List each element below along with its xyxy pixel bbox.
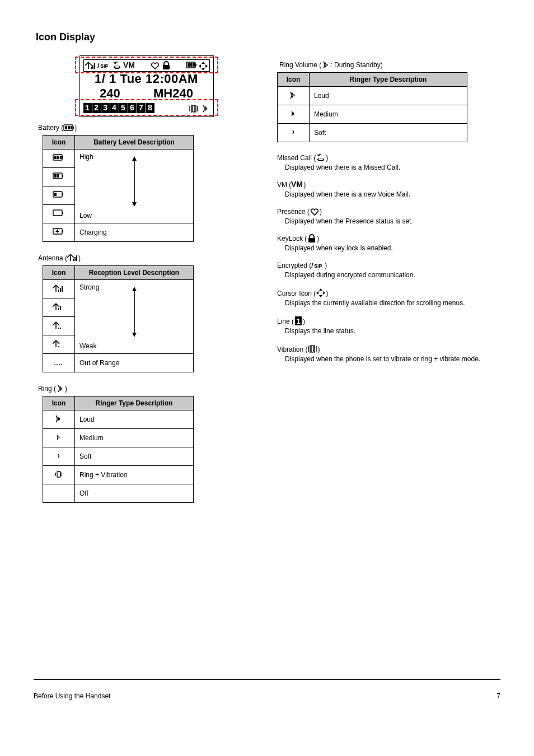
vibration-icon <box>307 344 317 354</box>
line-1-icon <box>294 316 303 326</box>
antenna-oor-label: Out of Range <box>75 354 194 372</box>
antenna-0-icon <box>53 358 65 367</box>
ring-med-icon <box>54 432 64 442</box>
battery-charging-label: Charging <box>75 223 194 242</box>
ringv-med-label: Medium <box>310 105 467 124</box>
ring-loud-icon <box>54 414 64 424</box>
antenna-4-icon <box>53 284 65 293</box>
ring-soft-label: Soft <box>75 447 194 466</box>
battery-empty-icon <box>53 209 65 218</box>
footer-rule <box>34 679 500 680</box>
ringv-soft-icon <box>288 127 298 137</box>
antenna-3-icon <box>53 302 65 311</box>
battery-table: IconBattery Level Description High Low C… <box>43 135 194 242</box>
def-cursor: Cursor Icon () Displays the currently av… <box>277 288 498 307</box>
ring-off-icon <box>43 484 75 503</box>
battery-heading: Battery () <box>38 124 257 132</box>
ring-table: IconRinger Type Description Loud Medium … <box>43 396 194 503</box>
lcd-date-time: 1/ 1 Tue 12:00AM <box>83 72 210 86</box>
battery-high-icon <box>53 153 65 162</box>
battery-low1-icon <box>53 190 65 199</box>
lock-icon <box>307 234 317 243</box>
ringv-soft-label: Soft <box>310 124 467 142</box>
footer-section-name: Before Using the Handset <box>34 692 110 700</box>
antenna-weak-label: Weak <box>79 342 96 350</box>
lcd-line-digits: 1 2 3 4 5 6 7 8 <box>83 103 155 113</box>
ringv-loud-label: Loud <box>310 87 467 105</box>
ring-ringvib-label: Ring + Vibration <box>75 466 194 484</box>
heart-icon <box>310 207 320 216</box>
def-line: Line () Displays the line status. <box>277 316 498 335</box>
battery-low-label: Low <box>79 212 92 220</box>
def-keylock: KeyLock () Displayed when key lock is en… <box>277 234 498 252</box>
antenna-strong-label: Strong <box>79 283 99 291</box>
battery-range-arrow-icon <box>130 156 139 207</box>
ring-heading: Ring () <box>38 384 257 393</box>
def-missed-call: Missed Call () Displayed when there is a… <box>277 153 498 171</box>
cursor-icon <box>316 288 326 298</box>
lcd-status-bar <box>83 59 210 72</box>
ringv-loud-icon <box>288 90 298 100</box>
ring-loud-label: Loud <box>75 410 194 429</box>
def-encrypted: Encrypted () Displayed during encrypted … <box>277 261 498 279</box>
page-title: Icon Display <box>36 31 498 43</box>
def-vibration: Vibration () Displayed when the phone is… <box>277 344 498 363</box>
def-vm: VM () Displayed when there is a new Voic… <box>277 180 498 198</box>
antenna-range-arrow-icon <box>130 287 139 337</box>
antenna-table: IconReception Level Description Strong W… <box>43 265 194 372</box>
lcd-row2-left: 240 <box>100 86 120 101</box>
vibration-icon <box>189 104 199 113</box>
battery-charging-icon <box>53 227 65 236</box>
missed-call-icon <box>316 153 326 162</box>
ring-vib-icon <box>53 469 64 479</box>
antenna-2-icon <box>53 321 65 330</box>
ring-soft-icon <box>54 451 64 461</box>
battery-high-label: High <box>79 153 93 161</box>
antenna-heading: Antenna () <box>38 253 257 262</box>
ring-icon <box>201 104 210 113</box>
battery-med-icon <box>53 172 65 181</box>
handset-lcd: 1/ 1 Tue 12:00AM 240 MH240 1 2 3 4 5 6 7… <box>79 55 214 117</box>
vm-icon <box>291 180 303 189</box>
ring-volume-heading: Ring Volume (: During Standby) <box>279 60 498 69</box>
lcd-row2-right: MH240 <box>153 86 193 101</box>
antenna-1-icon <box>53 339 65 348</box>
ring-volume-table: IconRinger Type Description Loud Medium … <box>277 72 467 142</box>
sip-icon <box>311 261 325 270</box>
ring-off-label: Off <box>75 484 194 503</box>
ringv-med-icon <box>288 109 298 119</box>
ring-med-label: Medium <box>75 429 194 447</box>
footer-page-number: 7 <box>496 692 500 700</box>
def-presence: Presence () Displayed when the Presence … <box>277 207 498 225</box>
